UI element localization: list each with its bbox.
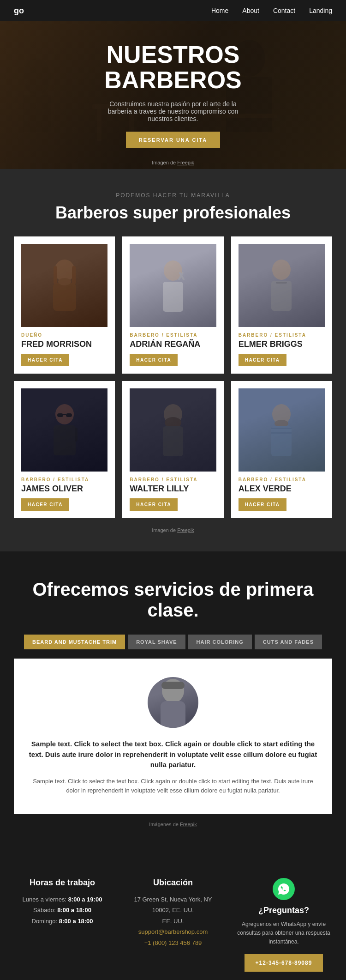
- barber-photo-0: [21, 244, 107, 327]
- barber-role-5: BARBERO / ESTILISTA: [239, 477, 325, 482]
- service-avatar: [148, 677, 198, 728]
- svg-point-31: [274, 420, 288, 427]
- nav-landing[interactable]: Landing: [309, 7, 332, 14]
- barbers-credit: Imagen de Freepik: [14, 527, 332, 533]
- svg-rect-33: [271, 428, 292, 429]
- barber-card-0: DUEÑO FRED MORRISON HACER CITA: [14, 236, 115, 374]
- tab-royal-shave[interactable]: ROYAL SHAVE: [128, 635, 185, 649]
- cita-button-1[interactable]: HACER CITA: [130, 354, 178, 366]
- barber-role-0: DUEÑO: [21, 333, 107, 338]
- svg-rect-34: [271, 432, 292, 434]
- footer-hours-title: Horas de trabajo: [14, 878, 111, 888]
- barber-name-0: FRED MORRISON: [21, 339, 107, 349]
- svg-point-13: [58, 278, 71, 285]
- service-panel: Sample text. Click to select the text bo…: [14, 659, 332, 814]
- services-tabs: BEARD AND MUSTACHE TRIM ROYAL SHAVE HAIR…: [14, 635, 332, 649]
- hero-subtitle: Construimos nuestra pasión por el arte d…: [99, 100, 247, 122]
- service-normal-text: Sample text. Click to select the text bo…: [28, 777, 318, 796]
- hero-content: NUESTROS BARBEROS Construimos nuestra pa…: [99, 42, 247, 148]
- svg-rect-19: [271, 281, 292, 311]
- barber-photo-1: [130, 244, 216, 327]
- services-section: Ofrecemos servicios de primera clase. BE…: [0, 551, 346, 850]
- footer-hours: Horas de trabajo Lunes a viernes: 8:00 a…: [14, 878, 111, 972]
- nav-home[interactable]: Home: [211, 7, 228, 14]
- cita-button-2[interactable]: HACER CITA: [239, 354, 286, 366]
- tab-cuts-fades[interactable]: CUTS AND FADES: [255, 635, 322, 649]
- barber-card-5: BARBERO / ESTILISTA ALEX VERDE HACER CIT…: [231, 381, 332, 518]
- footer-address: 17 Green St, Nueva York, NY 10002, EE. U…: [125, 894, 221, 916]
- barbers-section: PODEMOS HACER TU MARAVILLA Barberos supe…: [0, 169, 346, 551]
- barber-photo-3: [21, 388, 107, 472]
- barbers-title: Barberos super profesionales: [14, 203, 332, 223]
- barber-card-1: BARBERO / ESTILISTA ADRIÁN REGAÑA HACER …: [122, 236, 223, 374]
- svg-rect-11: [54, 266, 57, 284]
- footer-email[interactable]: support@barbershop.com: [138, 928, 208, 935]
- barber-name-1: ADRIÁN REGAÑA: [130, 339, 216, 349]
- phone-button[interactable]: +12-345-678-89089: [245, 954, 323, 972]
- footer-hours-line-2: Domingo: 8:00 a 18:00: [14, 916, 111, 926]
- svg-rect-36: [161, 682, 185, 689]
- hero-credit: Imagen de Freepik: [152, 160, 194, 165]
- navbar: go Home About Contact Landing: [0, 0, 346, 21]
- services-title: Ofrecemos servicios de primera clase.: [14, 579, 332, 621]
- svg-rect-20: [276, 282, 287, 284]
- cita-button-3[interactable]: HACER CITA: [21, 498, 69, 511]
- whatsapp-icon: [273, 878, 295, 900]
- footer-questions-title: ¿Preguntas?: [235, 906, 332, 915]
- footer-questions-text: Agreguenos en WhatsApp y envíe consultas…: [235, 920, 332, 947]
- barber-card-3: BARBERO / ESTILISTA JAMES OLIVER HACER C…: [14, 381, 115, 518]
- footer-phone[interactable]: +1 (800) 123 456 789: [144, 939, 202, 946]
- services-credit: Imágenes de Freepik: [14, 822, 332, 827]
- barber-card-2: BARBERO / ESTILISTA ELMER BRIGGS HACER C…: [231, 236, 332, 374]
- tab-beard-mustache[interactable]: BEARD AND MUSTACHE TRIM: [24, 635, 125, 649]
- svg-rect-23: [57, 413, 63, 417]
- barber-name-2: ELMER BRIGGS: [239, 339, 325, 349]
- barber-photo-5: [239, 388, 325, 472]
- barber-name-3: JAMES OLIVER: [21, 484, 107, 494]
- svg-rect-29: [163, 426, 183, 456]
- nav-about[interactable]: About: [242, 7, 259, 14]
- footer-hours-line-1: Sábado: 8:00 a 18:00: [14, 905, 111, 915]
- svg-rect-26: [75, 428, 78, 442]
- hero-title: NUESTROS BARBEROS: [99, 42, 247, 92]
- barber-photo-4: [130, 388, 216, 472]
- footer-info: Horas de trabajo Lunes a viernes: 8:00 a…: [0, 850, 346, 980]
- footer-location-title: Ubicación: [125, 878, 221, 888]
- svg-point-18: [272, 260, 291, 280]
- hero-section: NUESTROS BARBEROS Construimos nuestra pa…: [0, 21, 346, 169]
- service-bold-text: Sample text. Click to select the text bo…: [28, 739, 318, 770]
- nav-links: Home About Contact Landing: [211, 7, 332, 14]
- footer-location-labels: EE. UU.: [125, 916, 221, 926]
- barber-role-2: BARBERO / ESTILISTA: [239, 333, 325, 338]
- barber-card-4: BARBERO / ESTILISTA WALTER LILLY HACER C…: [122, 381, 223, 518]
- nav-logo: go: [14, 6, 24, 16]
- svg-rect-10: [53, 283, 76, 311]
- footer-contact: ¿Preguntas? Agreguenos en WhatsApp y env…: [235, 878, 332, 972]
- barbers-subtitle: PODEMOS HACER TU MARAVILLA: [14, 192, 332, 199]
- cita-button-4[interactable]: HACER CITA: [130, 498, 178, 511]
- svg-rect-12: [72, 266, 76, 284]
- svg-rect-24: [66, 413, 72, 417]
- reserve-cita-button[interactable]: RESERVAR UNA CITA: [126, 132, 221, 148]
- tab-hair-coloring[interactable]: HAIR COLORING: [188, 635, 252, 649]
- svg-rect-15: [163, 282, 183, 312]
- barbers-grid: DUEÑO FRED MORRISON HACER CITA BARBERO /…: [14, 236, 332, 518]
- barber-role-4: BARBERO / ESTILISTA: [130, 477, 216, 482]
- barber-role-3: BARBERO / ESTILISTA: [21, 477, 107, 482]
- svg-rect-37: [161, 701, 185, 728]
- cita-button-5[interactable]: HACER CITA: [239, 498, 286, 511]
- barber-name-5: ALEX VERDE: [239, 484, 325, 494]
- footer-hours-line-0: Lunes a viernes: 8:00 a 19:00: [14, 894, 111, 905]
- svg-rect-22: [54, 425, 76, 455]
- cita-button-0[interactable]: HACER CITA: [21, 354, 69, 366]
- footer-location: Ubicación 17 Green St, Nueva York, NY 10…: [125, 878, 221, 972]
- barber-name-4: WALTER LILLY: [130, 484, 216, 494]
- barber-role-1: BARBERO / ESTILISTA: [130, 333, 216, 338]
- nav-contact[interactable]: Contact: [273, 7, 295, 14]
- svg-rect-32: [271, 426, 292, 456]
- barber-photo-2: [239, 244, 325, 327]
